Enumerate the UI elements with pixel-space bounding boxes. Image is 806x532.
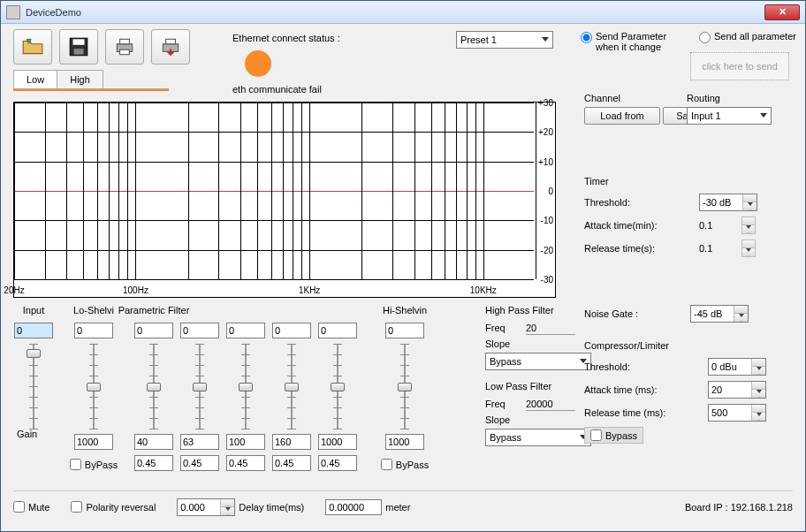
hi-shelv-col-freq-input[interactable] (385, 434, 424, 450)
import-from-device-button[interactable] (151, 29, 190, 65)
spin-down[interactable] (752, 390, 765, 398)
vertical-slider[interactable] (191, 344, 209, 429)
peq3-col-gain-input[interactable] (226, 323, 265, 338)
band-tabs: Low High (13, 70, 169, 89)
delay-field[interactable] (178, 499, 220, 515)
peq2-col-freq-input[interactable] (180, 434, 219, 450)
spin-up[interactable] (221, 499, 234, 507)
spin-down[interactable] (752, 367, 765, 375)
comp-attack-field[interactable] (709, 382, 751, 398)
send-all-input[interactable] (699, 32, 711, 43)
vertical-slider[interactable] (25, 344, 42, 429)
send-all-radio[interactable]: Send all parameter (699, 31, 796, 52)
open-button[interactable] (13, 29, 52, 65)
spin-down[interactable] (221, 507, 234, 515)
slider-thumb[interactable] (239, 383, 253, 391)
comp-threshold-input[interactable] (708, 358, 766, 376)
comp-release-field[interactable] (709, 405, 751, 421)
peq3-col-q-input[interactable] (226, 455, 265, 471)
mute-input[interactable] (13, 501, 25, 513)
spin-down[interactable] (742, 225, 755, 233)
input-col-gain-input[interactable] (14, 323, 53, 338)
tab-low[interactable]: Low (13, 70, 57, 88)
peq2-col-q-input[interactable] (180, 455, 219, 471)
vertical-slider[interactable] (396, 344, 414, 429)
peq5-col-gain-input[interactable] (318, 323, 357, 338)
spin-up[interactable] (743, 194, 757, 202)
comp-bypass-checkbox[interactable]: Bypass (584, 427, 643, 444)
lo-shelv-col-gain-input[interactable] (74, 323, 113, 338)
lo-shelv-col-bypass-input[interactable] (70, 459, 81, 470)
comp-bypass-input[interactable] (590, 429, 602, 441)
timer-threshold-field[interactable] (700, 194, 742, 210)
spin-up[interactable] (752, 359, 765, 367)
peq3-col-freq-input[interactable] (226, 434, 265, 450)
meter-field[interactable] (325, 499, 382, 515)
spin-down[interactable] (734, 314, 748, 322)
slider-thumb[interactable] (331, 383, 345, 391)
timer-threshold-input[interactable] (699, 194, 757, 211)
routing-select[interactable]: Input 1 (687, 107, 772, 125)
vertical-slider[interactable] (283, 344, 300, 429)
hp-slope-select[interactable]: Bypass (485, 353, 591, 370)
peq5-col-freq-input[interactable] (318, 434, 357, 450)
lp-freq-input[interactable] (526, 397, 575, 411)
comp-release-input[interactable] (708, 404, 766, 422)
lo-shelv-col-freq-input[interactable] (74, 434, 113, 450)
slider-thumb[interactable] (147, 383, 161, 391)
spin-down[interactable] (752, 413, 765, 421)
vertical-slider[interactable] (237, 344, 255, 429)
tab-high[interactable]: High (57, 70, 103, 88)
spin-up[interactable] (734, 306, 748, 314)
hi-shelv-col-bypass-input[interactable] (381, 459, 392, 470)
send-on-change-radio[interactable]: Send Parameter when it change (581, 31, 687, 52)
peq2-col-gain-input[interactable] (180, 323, 219, 338)
slider-thumb[interactable] (398, 383, 412, 391)
compressor-section: Compressor/Limiter Threshold: Attack tim… (584, 340, 796, 444)
lp-slope-select[interactable]: Bypass (485, 429, 591, 446)
mute-checkbox[interactable]: Mute (13, 501, 49, 513)
slider-thumb[interactable] (27, 349, 41, 358)
send-button[interactable]: click here to send (690, 52, 789, 80)
peq1-col-gain-input[interactable] (134, 323, 173, 338)
peq4-col-gain-input[interactable] (272, 323, 311, 338)
vertical-slider[interactable] (329, 344, 346, 429)
titlebar: DeviceDemo ✕ (1, 1, 805, 24)
hp-freq-input[interactable] (526, 321, 575, 335)
spin-up[interactable] (752, 405, 765, 413)
toolbar (13, 29, 190, 65)
save-button[interactable] (59, 29, 98, 65)
ethernet-status-indicator (245, 50, 271, 77)
peq4-col-q-input[interactable] (272, 455, 311, 471)
lo-shelv-col-bypass[interactable]: ByPass (70, 459, 118, 470)
peq1-col-q-input[interactable] (134, 455, 173, 471)
send-on-change-input[interactable] (581, 32, 592, 43)
spin-down[interactable] (742, 248, 755, 256)
peq4-col-freq-input[interactable] (272, 434, 311, 450)
spin-up[interactable] (742, 240, 755, 248)
polarity-checkbox[interactable]: Polarity reversal (71, 501, 156, 513)
polarity-input[interactable] (71, 501, 82, 513)
load-from-button[interactable]: Load from (584, 107, 660, 125)
preset-select[interactable]: Preset 1 (456, 31, 553, 49)
spin-up[interactable] (752, 382, 765, 390)
noise-gate-input[interactable] (690, 305, 749, 323)
comp-bypass-label: Bypass (605, 430, 637, 441)
peq5-col-q-input[interactable] (318, 455, 357, 471)
slider-thumb[interactable] (193, 383, 207, 391)
vertical-slider[interactable] (85, 344, 103, 429)
comp-attack-input[interactable] (708, 381, 766, 399)
peq1-col-freq-input[interactable] (134, 434, 173, 450)
spin-up[interactable] (742, 217, 755, 225)
slider-thumb[interactable] (87, 383, 101, 391)
export-to-device-button[interactable] (105, 29, 144, 65)
comp-threshold-field[interactable] (709, 359, 751, 375)
hi-shelv-col-bypass[interactable]: ByPass (381, 459, 429, 470)
delay-input[interactable] (177, 498, 235, 516)
noise-gate-field[interactable] (691, 306, 734, 322)
spin-down[interactable] (743, 202, 757, 210)
slider-thumb[interactable] (285, 383, 299, 391)
hi-shelv-col-gain-input[interactable] (385, 323, 424, 338)
close-button[interactable]: ✕ (764, 4, 800, 20)
vertical-slider[interactable] (145, 344, 163, 429)
